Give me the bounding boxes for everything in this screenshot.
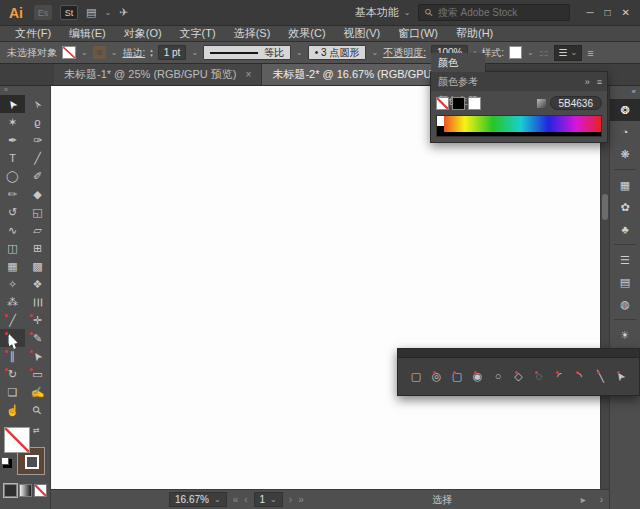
arc-segment-tool[interactable]: ◝ xyxy=(571,368,589,386)
white-color-swatch[interactable] xyxy=(468,97,481,110)
fill-indicator[interactable] xyxy=(4,427,30,453)
eraser-tool[interactable]: ◆ xyxy=(25,185,50,203)
line-anchor-tool[interactable]: ╲ xyxy=(592,368,610,386)
selection-tool[interactable]: ➤ xyxy=(0,95,25,113)
last-artboard-icon[interactable]: » xyxy=(298,494,304,505)
color-theme-panel-icon[interactable]: ❋ xyxy=(610,143,640,165)
control-panel-menu-icon[interactable]: ≡ xyxy=(587,47,593,59)
brush-chevron-icon[interactable]: ⌄ xyxy=(371,48,378,57)
shape-builder-tool[interactable]: ◫ xyxy=(0,239,25,257)
default-fill-stroke-icon[interactable] xyxy=(3,459,12,468)
item[interactable]: 帮助(H) xyxy=(447,26,502,41)
scale-tool[interactable]: ◱ xyxy=(25,203,50,221)
dock-collapse-icon[interactable]: « xyxy=(610,86,640,99)
polygon-tool[interactable]: ◇ xyxy=(510,368,528,386)
small-circle-tool[interactable]: ◉ xyxy=(469,368,487,386)
item[interactable]: 编辑(E) xyxy=(60,26,115,41)
minimize-button[interactable]: ─ xyxy=(586,7,593,18)
swap-fill-stroke-icon[interactable]: ⇄ xyxy=(33,426,40,435)
dock-divider[interactable] xyxy=(610,165,640,174)
item[interactable]: 文字(T) xyxy=(171,26,225,41)
measure-tool[interactable]: ▭ xyxy=(25,365,50,383)
symbols-panel-icon[interactable]: ♣ xyxy=(610,218,640,240)
center-ellipse-tool[interactable]: ◎ xyxy=(428,368,446,386)
style-chevron-icon[interactable]: ⌄ xyxy=(527,48,534,57)
item[interactable]: 效果(C) xyxy=(279,26,334,41)
first-artboard-icon[interactable]: « xyxy=(233,494,239,505)
width-profile-dropdown[interactable]: 等比 xyxy=(203,45,291,60)
stroke-panel-icon[interactable]: ☰ xyxy=(610,249,640,271)
maximize-button[interactable]: □ xyxy=(605,7,611,18)
panel-menu-icon[interactable]: ≡ xyxy=(597,77,602,87)
brushes-panel-icon[interactable]: ✿ xyxy=(610,196,640,218)
lasso-tool[interactable]: ϱ xyxy=(25,113,50,131)
vertical-scrollbar[interactable] xyxy=(600,86,609,489)
stepper-down-icon[interactable]: ▾ xyxy=(150,53,153,58)
style-swatch[interactable] xyxy=(509,46,522,59)
arrange-documents-chevron-icon[interactable]: ⌄ xyxy=(104,8,111,17)
pencil-tool[interactable]: ✏ xyxy=(0,185,25,203)
cp-tab-color[interactable]: 颜色 xyxy=(431,53,485,72)
stroke-weight-label[interactable]: 描边: xyxy=(122,46,145,60)
item[interactable]: 选择(S) xyxy=(225,26,280,41)
magic-wand-tool[interactable]: ✶ xyxy=(0,113,25,131)
gradient-tool[interactable]: ▩ xyxy=(25,257,50,275)
item[interactable]: 文件(F) xyxy=(6,26,60,41)
rectangle-tool[interactable]: ▢ xyxy=(407,368,425,386)
blob-brush-tool[interactable]: ✍ xyxy=(25,383,50,401)
color-spectrum-bar[interactable] xyxy=(436,115,602,137)
zoom-chevron-icon[interactable]: ⌄ xyxy=(214,495,221,504)
es-badge[interactable]: Es xyxy=(34,5,52,20)
anchor-rotate-tool[interactable]: ↻ xyxy=(0,365,25,383)
transparency-panel-icon[interactable]: ◍ xyxy=(610,293,640,315)
rotate-tool[interactable]: ↺ xyxy=(0,203,25,221)
line-segment-tool[interactable]: ╱ xyxy=(25,149,50,167)
gradient-mode-button[interactable] xyxy=(19,484,32,497)
swatches-panel-icon[interactable]: ▦ xyxy=(610,174,640,196)
item[interactable]: 视图(V) xyxy=(335,26,390,41)
perspective-grid-tool[interactable]: ⊞ xyxy=(25,239,50,257)
color-guide-panel-icon[interactable]: ◔ xyxy=(610,121,640,143)
hex-value-field[interactable]: 5B4636 xyxy=(550,96,602,110)
panel-expand-icon[interactable]: » xyxy=(585,77,590,87)
graph-tool[interactable]: ☰ xyxy=(25,293,50,311)
none-color-swatch[interactable] xyxy=(436,97,449,110)
curvature-tool[interactable]: ✑ xyxy=(25,131,50,149)
none-mode-button[interactable] xyxy=(34,484,47,497)
anchor-cursor-tool[interactable]: ➤ xyxy=(612,368,630,386)
width-tool[interactable]: ∿ xyxy=(0,221,25,239)
brush-definition-dropdown[interactable]: • 3 点圆形 xyxy=(308,45,367,60)
scroll-right-icon[interactable]: › xyxy=(600,494,603,505)
item[interactable]: 对象(O) xyxy=(115,26,171,41)
paintbrush-tool[interactable]: ✐ xyxy=(25,167,50,185)
status-flyout-icon[interactable]: ▸ xyxy=(581,494,586,505)
type-tool[interactable]: T xyxy=(0,149,25,167)
anchor-circle-tool[interactable]: ◌ xyxy=(530,368,548,386)
pen-tool[interactable]: ✒ xyxy=(0,131,25,149)
close-button[interactable]: ✕ xyxy=(622,7,630,18)
fill-chevron-icon[interactable]: ⌄ xyxy=(81,48,88,57)
blend-tool[interactable]: ❖ xyxy=(25,275,50,293)
opacity-label[interactable]: 不透明度: xyxy=(383,46,426,60)
free-transform-tool[interactable]: ▱ xyxy=(25,221,50,239)
hand-tool[interactable]: ☝ xyxy=(0,401,25,419)
dock-divider[interactable] xyxy=(610,315,640,324)
zoom-level-field[interactable]: 16.67% ⌄ xyxy=(169,492,227,507)
tab-untitled-1[interactable]: 未标题-1* @ 25% (RGB/GPU 预览) × xyxy=(54,64,262,85)
appearance-panel-icon[interactable]: ☀ xyxy=(610,324,640,346)
stock-badge[interactable]: St xyxy=(60,5,78,20)
stroke-chevron-icon[interactable]: ⌄ xyxy=(111,48,118,57)
ellipse-tool[interactable]: ◯ xyxy=(0,167,25,185)
anchor-shape-tool[interactable]: ◺ xyxy=(0,329,25,347)
anchor-line-tool[interactable]: ╱ xyxy=(0,311,25,329)
tearoff-drag-bar[interactable] xyxy=(398,349,639,358)
artboard-number-field[interactable]: 1 ⌄ xyxy=(254,492,283,507)
zoom-tool[interactable]: ⚲ xyxy=(25,401,50,419)
anchor-hatch-tool[interactable]: ∥ xyxy=(0,347,25,365)
next-artboard-icon[interactable]: › xyxy=(289,494,292,505)
share-icon[interactable]: ✈ xyxy=(119,6,128,19)
stroke-weight-chevron-icon[interactable]: ⌄ xyxy=(191,48,198,57)
spectrum-black-strip[interactable] xyxy=(437,132,601,136)
arrange-documents-icon[interactable]: ▤ xyxy=(86,6,96,19)
mesh-tool[interactable]: ▦ xyxy=(0,257,25,275)
